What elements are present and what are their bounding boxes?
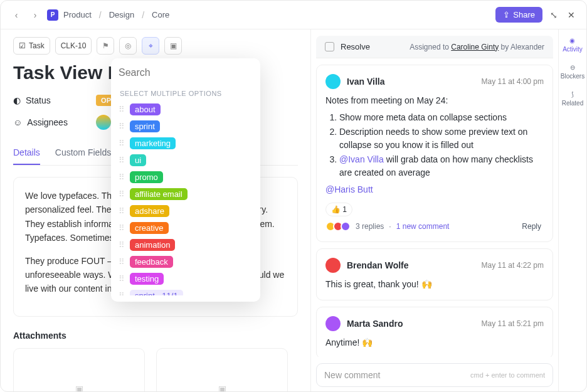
reply-link[interactable]: Reply [522,222,541,231]
drag-handle-icon[interactable]: ⠿ [119,277,124,282]
comment-time: May 11 at 5:21 pm [482,319,544,328]
share-button[interactable]: ⇪Share [495,7,542,23]
check-icon: ☑ [19,41,26,50]
topbar: ‹ › P Product / Design / Core ⇪Share ⤡ ✕ [1,1,586,29]
tag-label: animation [130,239,175,251]
comment-author[interactable]: Ivan Villa [347,77,384,87]
assigned-user-link[interactable]: Caroline Ginty [451,43,499,51]
drag-handle-icon[interactable]: ⠿ [119,107,124,112]
tag-option[interactable]: ⠿sprint [111,118,260,135]
resolve-checkbox[interactable] [325,42,334,51]
drag-handle-icon[interactable]: ⠿ [119,192,124,197]
tag-option[interactable]: ⠿testing [111,270,260,287]
breadcrumb-item[interactable]: Design [109,10,134,19]
comment-body: Anytime! 🙌 [325,336,544,349]
link-icon: ⟆ [571,91,574,98]
drag-handle-icon[interactable]: ⠿ [119,209,124,214]
tag-label: sprint [130,120,160,132]
comment-author[interactable]: Brendan Wolfe [347,260,409,270]
tag-option[interactable]: ⠿ui [111,152,260,169]
drag-handle-icon[interactable]: ⠿ [119,260,124,265]
task-type-chip[interactable]: ☑Task [13,37,50,55]
attachment-slot[interactable]: ▣ [13,348,145,392]
rail-activity[interactable]: ◉Activity [563,37,583,53]
blocked-icon: ⊖ [570,64,575,71]
person-icon: ☺ [13,117,22,127]
comment: Brendan WolfeMay 11 at 4:22 pmThis is gr… [316,248,553,300]
resolve-bar: Resolve Assigned to Caroline Ginty by Al… [316,36,553,58]
tab-custom-fields[interactable]: Custom Fields [55,141,111,165]
tag-option[interactable]: ⠿creative [111,220,260,236]
drag-handle-icon[interactable]: ⠿ [119,158,124,163]
tag-label: feedback [130,256,173,268]
tag-label: sprint - 11/1 [130,290,183,295]
image-icon[interactable]: ▣ [164,37,182,55]
collapse-icon[interactable]: ⤡ [547,9,560,21]
close-icon[interactable]: ✕ [565,9,578,21]
project-icon[interactable]: P [47,9,58,21]
tag-option[interactable]: ⠿animation [111,236,260,253]
mention[interactable]: @Ivan Villa [339,154,384,164]
drag-handle-icon[interactable]: ⠿ [119,226,124,231]
tag-option[interactable]: ⠿sprint - 11/1 [111,287,260,295]
back-icon[interactable]: ‹ [9,8,23,22]
tag-option[interactable]: ⠿marketing [111,135,260,152]
tag-label: adshare [130,205,169,217]
comment-avatar[interactable] [325,316,341,331]
tag-option[interactable]: ⠿about [111,101,260,118]
flag-icon[interactable]: ⚑ [97,37,114,55]
breadcrumb-item[interactable]: Product [63,10,92,19]
comments-panel: Resolve Assigned to Caroline Ginty by Al… [310,29,558,392]
assignees-label: ☺Assignees [13,117,88,127]
rail-blockers[interactable]: ⊖Blockers [561,64,584,80]
assignee-avatar[interactable] [96,115,111,130]
status-icon: ◐ [13,95,21,105]
tag-option[interactable]: ⠿promo [111,169,260,186]
drag-handle-icon[interactable]: ⠿ [119,175,124,180]
breadcrumb-sep: / [142,10,144,20]
breadcrumb-item[interactable]: Core [152,10,169,19]
tab-details[interactable]: Details [13,141,40,165]
attachments-title: Attachments [13,331,298,341]
comment-time: May 11 at 4:22 pm [482,261,544,270]
image-icon: ▣ [75,384,83,392]
tag-label: promo [130,171,163,183]
tag-option[interactable]: ⠿feedback [111,253,260,270]
reaction[interactable]: 👍 1 [325,203,352,216]
tag-label: testing [130,273,164,285]
tag-label: creative [130,222,169,234]
attachment-slot[interactable]: ▣ [156,348,288,392]
comment-avatar[interactable] [325,74,341,89]
tag-label: ui [130,154,146,166]
comment-avatar[interactable] [325,258,341,273]
forward-icon[interactable]: › [28,8,42,22]
comment-author[interactable]: Marta Sandro [347,319,403,329]
task-id-chip[interactable]: CLK-10 [55,37,92,55]
image-icon: ▣ [218,384,226,392]
tag-label: affiliate email [130,188,188,200]
task-detail-pane: ☑Task CLK-10 ⚑ ◎ ⌖ ▣ Task View Re ◐Statu… [1,29,310,392]
comment: Marta SandroMay 11 at 5:21 pmAnytime! 🙌 [316,307,553,357]
tag-label: marketing [130,137,176,149]
eye-icon: ◉ [569,37,575,44]
rail-related[interactable]: ⟆Related [562,91,583,107]
composer-placeholder: New comment [324,370,380,380]
mention[interactable]: @Haris Butt [325,183,544,196]
dropdown-title: SELECT MULTIPLE OPTIONS [111,86,260,101]
tag-search-input[interactable] [117,65,254,81]
target-icon[interactable]: ◎ [119,37,137,55]
drag-handle-icon[interactable]: ⠿ [119,124,124,129]
status-label: ◐Status [13,95,88,105]
tag-label: about [130,103,161,115]
share-icon: ⇪ [503,10,510,19]
drag-handle-icon[interactable]: ⠿ [119,243,124,248]
tag-option[interactable]: ⠿adshare [111,203,260,220]
comment-composer[interactable]: New comment cmd + enter to comment [316,363,553,387]
new-comment-link[interactable]: 1 new comment [396,222,450,231]
drag-handle-icon[interactable]: ⠿ [119,141,124,146]
tag-icon[interactable]: ⌖ [142,37,159,55]
tag-option[interactable]: ⠿affiliate email [111,186,260,203]
replies-count[interactable]: 3 replies [356,222,384,231]
composer-hint: cmd + enter to comment [470,371,545,379]
drag-handle-icon[interactable]: ⠿ [119,294,124,295]
